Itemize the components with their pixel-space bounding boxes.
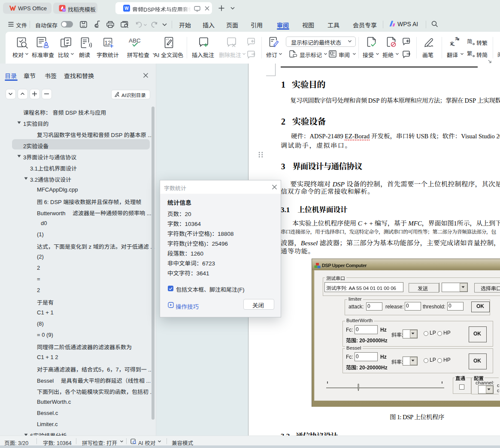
- svg-text:简: 简: [467, 38, 473, 45]
- svg-text:ABC: ABC: [129, 37, 141, 44]
- svg-text:W: W: [124, 6, 129, 11]
- svg-text:AI: AI: [63, 9, 65, 11]
- svg-text:繁: 繁: [467, 50, 473, 57]
- svg-text:12: 12: [104, 40, 111, 46]
